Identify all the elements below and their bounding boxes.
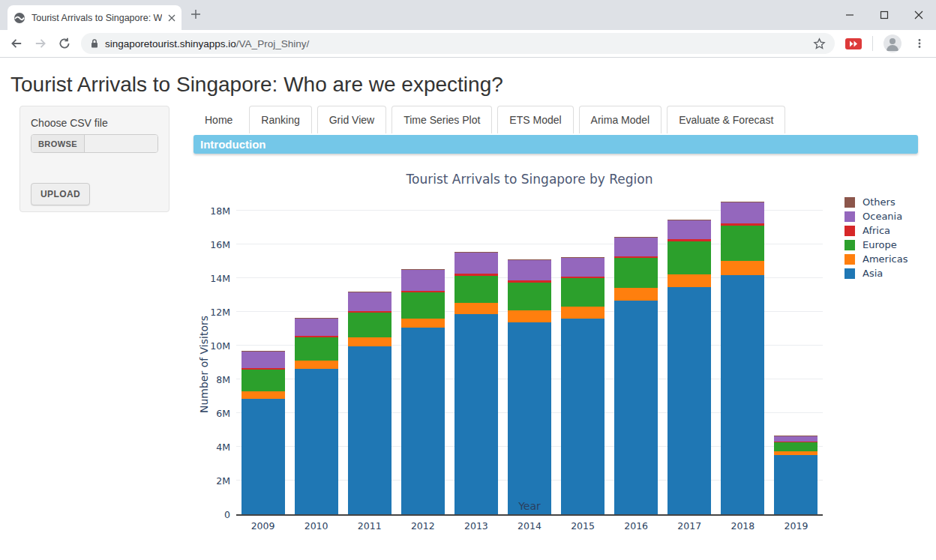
tab-arima-model[interactable]: Arima Model <box>579 106 662 133</box>
bookmark-star-icon[interactable] <box>813 37 826 50</box>
bar-segment-americas-2015[interactable] <box>561 307 604 319</box>
x-tick-label-2017: 2017 <box>662 520 716 532</box>
browser-menu-icon[interactable] <box>909 33 930 54</box>
legend-item-europe[interactable]: Europe <box>844 238 908 252</box>
bar-segment-africa-2016[interactable] <box>614 256 658 258</box>
bar-segment-africa-2010[interactable] <box>295 336 338 337</box>
bar-segment-others-2009[interactable] <box>242 351 285 352</box>
bar-segment-europe-2017[interactable] <box>668 241 711 274</box>
bar-segment-asia-2016[interactable] <box>614 301 658 514</box>
tab-ranking[interactable]: Ranking <box>249 106 311 133</box>
bar-segment-asia-2009[interactable] <box>242 399 285 514</box>
bar-segment-europe-2015[interactable] <box>561 278 604 307</box>
bar-segment-oceania-2009[interactable] <box>242 352 285 368</box>
upload-button[interactable]: UPLOAD <box>31 183 90 205</box>
browser-tab[interactable]: Tourist Arrivals to Singapore: Wh <box>8 5 182 30</box>
bar-segment-europe-2011[interactable] <box>348 313 392 337</box>
bar-segment-oceania-2016[interactable] <box>614 238 658 256</box>
bar-segment-others-2014[interactable] <box>508 259 551 260</box>
legend-item-oceania[interactable]: Oceania <box>844 209 908 223</box>
bar-segment-oceania-2018[interactable] <box>721 202 764 223</box>
extension-icon[interactable] <box>845 38 862 49</box>
file-name-field[interactable] <box>85 135 158 152</box>
legend-item-others[interactable]: Others <box>844 195 908 209</box>
bar-segment-europe-2016[interactable] <box>614 258 658 289</box>
bar-segment-africa-2012[interactable] <box>401 291 445 292</box>
bar-segment-asia-2011[interactable] <box>348 346 392 514</box>
bar-segment-oceania-2017[interactable] <box>668 220 711 240</box>
bar-segment-europe-2018[interactable] <box>721 226 764 261</box>
bar-segment-africa-2009[interactable] <box>242 368 285 370</box>
bar-segment-africa-2015[interactable] <box>561 277 604 278</box>
legend-item-americas[interactable]: Americas <box>844 252 908 266</box>
bar-segment-americas-2013[interactable] <box>454 303 498 314</box>
bar-segment-americas-2017[interactable] <box>668 274 711 288</box>
browse-button[interactable]: BROWSE <box>32 135 85 152</box>
bar-segment-americas-2010[interactable] <box>295 361 338 369</box>
bar-segment-americas-2009[interactable] <box>242 391 285 398</box>
bar-segment-africa-2013[interactable] <box>454 274 498 276</box>
bar-segment-europe-2013[interactable] <box>454 276 498 303</box>
bar-segment-others-2015[interactable] <box>561 257 604 258</box>
new-tab-button[interactable] <box>190 9 201 19</box>
bar-segment-asia-2012[interactable] <box>401 328 445 514</box>
bar-segment-others-2018[interactable] <box>721 202 764 202</box>
toolbar-divider <box>872 36 873 51</box>
bar-segment-africa-2017[interactable] <box>668 239 711 241</box>
bar-segment-americas-2014[interactable] <box>508 310 551 322</box>
bar-segment-americas-2019[interactable] <box>774 451 818 455</box>
legend-item-asia[interactable]: Asia <box>844 266 908 280</box>
bar-segment-europe-2009[interactable] <box>242 370 285 392</box>
bar-segment-asia-2017[interactable] <box>668 287 711 514</box>
bar-segment-others-2012[interactable] <box>401 269 445 270</box>
refresh-button[interactable] <box>54 33 75 54</box>
y-tick-label: 6M <box>191 408 236 419</box>
bar-segment-oceania-2014[interactable] <box>508 260 551 280</box>
bar-segment-americas-2011[interactable] <box>348 337 392 346</box>
legend-item-africa[interactable]: Africa <box>844 223 908 238</box>
tab-home[interactable]: Home <box>194 106 244 133</box>
bar-segment-asia-2018[interactable] <box>721 275 764 515</box>
y-tick-label: 12M <box>191 307 236 318</box>
bar-segment-europe-2012[interactable] <box>401 292 445 319</box>
bar-segment-others-2013[interactable] <box>454 252 498 253</box>
legend-label: Africa <box>862 225 890 236</box>
forward-button[interactable] <box>30 33 51 54</box>
bar-segment-europe-2019[interactable] <box>774 442 818 451</box>
tab-evaluate-forecast[interactable]: Evaluate & Forecast <box>667 106 785 133</box>
window-minimize-button[interactable] <box>832 0 867 30</box>
bar-segment-africa-2019[interactable] <box>774 442 818 442</box>
bar-segment-asia-2010[interactable] <box>295 369 338 514</box>
bar-segment-oceania-2013[interactable] <box>454 253 498 274</box>
legend-swatch-oceania <box>844 211 855 222</box>
tab-close-icon[interactable] <box>168 14 176 22</box>
tab-ets-model[interactable]: ETS Model <box>497 106 573 133</box>
bar-segment-oceania-2015[interactable] <box>561 258 604 277</box>
tab-grid-view[interactable]: Grid View <box>317 106 386 133</box>
bar-segment-europe-2010[interactable] <box>295 337 338 361</box>
bar-segment-oceania-2012[interactable] <box>401 270 445 290</box>
bar-segment-americas-2016[interactable] <box>614 288 658 301</box>
window-maximize-button[interactable] <box>867 0 902 30</box>
bar-segment-asia-2014[interactable] <box>508 322 551 515</box>
profile-avatar[interactable] <box>884 34 902 52</box>
bar-segment-others-2017[interactable] <box>668 220 711 220</box>
bar-segment-oceania-2011[interactable] <box>348 292 392 311</box>
bar-segment-africa-2018[interactable] <box>721 223 764 226</box>
bar-segment-africa-2014[interactable] <box>508 280 551 282</box>
bar-segment-others-2010[interactable] <box>295 318 338 319</box>
tab-time-series-plot[interactable]: Time Series Plot <box>392 106 492 133</box>
bar-segment-americas-2018[interactable] <box>721 261 764 274</box>
bar-segment-africa-2011[interactable] <box>348 311 392 313</box>
bar-segment-asia-2015[interactable] <box>561 319 604 514</box>
bar-segment-asia-2013[interactable] <box>454 314 498 514</box>
window-close-button[interactable] <box>902 0 936 30</box>
bar-segment-americas-2012[interactable] <box>401 319 445 328</box>
back-button[interactable] <box>6 33 27 54</box>
bar-segment-others-2011[interactable] <box>348 292 392 292</box>
bar-segment-others-2016[interactable] <box>614 237 658 238</box>
bar-segment-europe-2014[interactable] <box>508 283 551 310</box>
address-bar[interactable]: singaporetourist.shinyapps.io/VA_Proj_Sh… <box>81 33 835 54</box>
bar-segment-oceania-2019[interactable] <box>774 436 818 442</box>
bar-segment-oceania-2010[interactable] <box>295 319 338 336</box>
